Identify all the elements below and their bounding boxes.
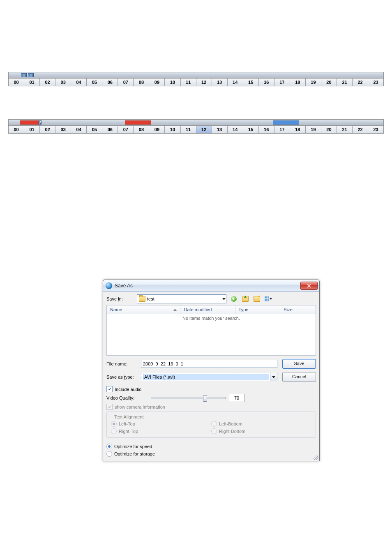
col-type[interactable]: Type <box>235 305 281 314</box>
hour-cell[interactable]: 16 <box>259 79 274 86</box>
hour-cell[interactable]: 11 <box>181 79 196 86</box>
video-quality-value: 70 <box>229 394 244 402</box>
hour-cell[interactable]: 17 <box>274 79 290 86</box>
video-quality-row: Video Quality: 70 <box>106 394 316 402</box>
hour-cell[interactable]: 09 <box>149 79 165 86</box>
hour-cell[interactable]: 07 <box>118 79 134 86</box>
align-left-top-radio: Left-Top <box>111 421 211 427</box>
hour-cell[interactable]: 22 <box>353 126 368 133</box>
hour-cell[interactable]: 07 <box>118 126 134 133</box>
timeline-segment[interactable] <box>273 120 299 125</box>
dialog-title: Save As <box>115 283 300 289</box>
hour-cell[interactable]: 23 <box>368 79 383 86</box>
hour-cell[interactable]: 12 <box>196 126 212 133</box>
cancel-button[interactable]: Cancel <box>282 372 316 382</box>
video-quality-label: Video Quality: <box>106 395 148 400</box>
hour-cell[interactable]: 14 <box>228 79 243 86</box>
close-button[interactable] <box>300 282 318 290</box>
hour-cell[interactable]: 06 <box>102 126 118 133</box>
save-as-type-value: AVI Files (*.avi) <box>143 374 269 380</box>
hour-cell[interactable]: 14 <box>228 126 243 133</box>
slider-thumb[interactable] <box>203 395 207 402</box>
film-icon[interactable] <box>21 73 27 77</box>
hour-cell[interactable]: 05 <box>87 126 102 133</box>
hour-cell[interactable]: 03 <box>55 126 71 133</box>
timeline-2[interactable]: 0001020304050607080910111213141516171819… <box>8 119 384 134</box>
hour-cell[interactable]: 21 <box>337 126 353 133</box>
nav-view-menu-button[interactable] <box>263 294 273 303</box>
hour-cell[interactable]: 04 <box>71 126 87 133</box>
timeline-2-band[interactable] <box>9 120 383 126</box>
save-as-dialog: Save As Save in: test <box>103 280 320 461</box>
text-alignment-group: Text Alignment Left-Top Left-Bottom Righ… <box>106 412 316 438</box>
hour-cell[interactable]: 13 <box>212 126 228 133</box>
col-name[interactable]: Name <box>107 305 180 314</box>
hour-cell[interactable]: 00 <box>9 79 24 86</box>
radio-icon <box>106 451 112 457</box>
film-icon[interactable] <box>28 73 34 77</box>
file-list-header[interactable]: Name Date modified Type Size <box>106 305 316 314</box>
hour-cell[interactable]: 08 <box>134 79 149 86</box>
hour-cell[interactable]: 20 <box>321 79 337 86</box>
col-date-modified[interactable]: Date modified <box>180 305 235 314</box>
show-camera-info-checkbox: ✔ show camera information <box>106 404 316 410</box>
folder-icon <box>139 296 145 302</box>
hour-cell[interactable]: 23 <box>368 126 383 133</box>
hour-cell[interactable]: 09 <box>149 126 165 133</box>
include-audio-checkbox[interactable]: ✔ Include audio <box>106 386 316 392</box>
hour-cell[interactable]: 18 <box>290 79 306 86</box>
file-name-row: File name: Save <box>106 359 316 369</box>
chevron-down-icon[interactable] <box>270 373 277 381</box>
hour-cell[interactable]: 02 <box>40 79 55 86</box>
hour-cell[interactable]: 15 <box>243 79 259 86</box>
hour-cell[interactable]: 05 <box>87 79 102 86</box>
hour-cell[interactable]: 04 <box>71 79 87 86</box>
align-right-bottom-radio: Right-Bottom <box>211 428 311 434</box>
hour-cell[interactable]: 20 <box>321 126 337 133</box>
timeline-1[interactable]: 0001020304050607080910111213141516171819… <box>8 72 384 86</box>
radio-icon <box>106 444 112 449</box>
resize-grip-icon[interactable] <box>314 455 318 460</box>
hour-cell[interactable]: 01 <box>24 79 40 86</box>
hour-cell[interactable]: 17 <box>274 126 290 133</box>
hour-cell[interactable]: 19 <box>306 79 321 86</box>
new-folder-icon <box>254 296 260 302</box>
hour-cell[interactable]: 13 <box>212 79 228 86</box>
optimize-for-speed-radio[interactable]: Optimize for speed <box>106 444 316 449</box>
save-as-type-combo[interactable]: AVI Files (*.avi) <box>141 373 277 381</box>
timeline-segment[interactable] <box>20 120 39 125</box>
text-alignment-title: Text Alignment <box>113 414 145 419</box>
save-button[interactable]: Save <box>282 359 316 369</box>
hour-cell[interactable]: 03 <box>55 79 71 86</box>
hour-cell[interactable]: 01 <box>24 126 40 133</box>
hour-cell[interactable]: 10 <box>165 79 180 86</box>
hour-cell[interactable]: 08 <box>134 126 149 133</box>
nav-back-button[interactable] <box>229 294 239 303</box>
chevron-down-icon[interactable] <box>222 298 225 301</box>
hour-cell[interactable]: 21 <box>337 79 353 86</box>
file-list-area[interactable]: No items match your search. <box>106 314 316 356</box>
hour-cell[interactable]: 19 <box>306 126 321 133</box>
hour-cell[interactable]: 22 <box>353 79 368 86</box>
hour-cell[interactable]: 11 <box>181 126 196 133</box>
optimize-for-storage-radio[interactable]: Optimize for storage <box>106 451 316 457</box>
hour-cell[interactable]: 16 <box>259 126 274 133</box>
save-in-combo[interactable]: test <box>137 294 226 303</box>
hour-cell[interactable]: 06 <box>102 79 118 86</box>
timeline-1-band[interactable] <box>9 72 383 79</box>
titlebar[interactable]: Save As <box>103 280 319 292</box>
hour-cell[interactable]: 12 <box>196 79 212 86</box>
timeline-segment[interactable] <box>125 120 151 125</box>
nav-new-folder-button[interactable] <box>252 294 262 303</box>
nav-up-button[interactable] <box>240 294 250 303</box>
hour-cell[interactable]: 02 <box>40 126 55 133</box>
align-left-bottom-radio: Left-Bottom <box>211 421 311 427</box>
file-name-input[interactable] <box>141 360 277 368</box>
col-size[interactable]: Size <box>280 305 316 314</box>
video-quality-slider[interactable] <box>151 397 226 399</box>
hour-cell[interactable]: 00 <box>9 126 24 133</box>
hour-cell[interactable]: 10 <box>165 126 180 133</box>
hour-cell[interactable]: 18 <box>290 126 306 133</box>
hour-cell[interactable]: 15 <box>243 126 259 133</box>
save-as-type-label: Save as type: <box>106 375 141 379</box>
